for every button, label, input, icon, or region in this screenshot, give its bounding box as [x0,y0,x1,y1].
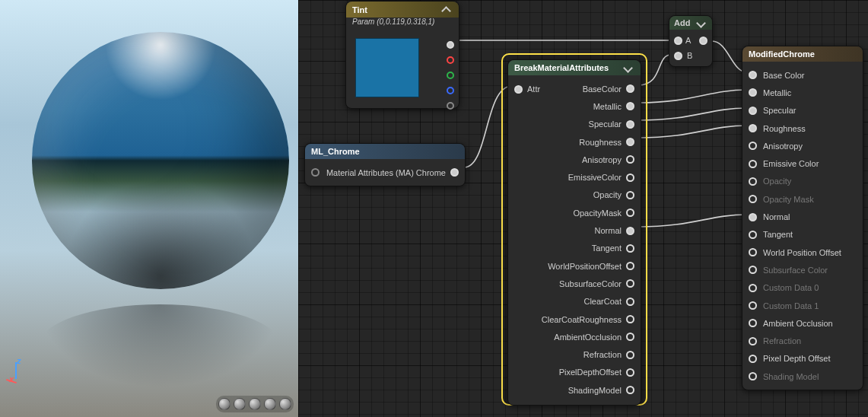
break-output-row: Metallic [514,97,634,115]
preview-sphere [32,32,289,289]
preview-shape-5[interactable] [279,398,291,410]
modchrome-input-label: Tangent [763,230,793,239]
modchrome-input-pin[interactable] [749,248,757,256]
axis-gizmo: z x [14,355,41,382]
break-output-pin[interactable] [626,333,634,341]
break-output-pin[interactable] [626,351,634,359]
break-header[interactable]: BreakMaterialAttributes [508,60,641,75]
modchrome-input-pin[interactable] [749,213,757,221]
break-output-pin[interactable] [626,368,634,377]
modchrome-input-row: Specular [749,102,857,119]
break-output-pin[interactable] [626,102,634,110]
modchrome-title: ModifiedChrome [749,49,815,59]
node-tint[interactable]: Tint Param (0,0.119,0.318,1) [345,1,459,109]
ml-chrome-title: ML_Chrome [311,147,360,156]
modchrome-header[interactable]: ModifiedChrome [742,46,863,62]
break-output-pin[interactable] [626,208,634,217]
modchrome-input-pin[interactable] [749,195,757,203]
tint-color-swatch[interactable] [355,38,419,97]
break-output-pin[interactable] [626,227,634,235]
break-output-pin[interactable] [626,386,634,394]
node-add[interactable]: Add A B [669,15,713,67]
add-in-a-pin[interactable] [674,37,682,45]
node-modified-chrome[interactable]: ModifiedChrome Base ColorMetallicSpecula… [742,46,863,390]
break-output-pin[interactable] [626,262,634,270]
break-output-pin[interactable] [626,84,634,93]
preview-shape-1[interactable] [218,398,231,410]
modchrome-input-row: Tangent [749,226,857,244]
break-output-label: Roughness [579,138,622,147]
break-output-label: EmissiveColor [568,173,622,182]
modchrome-input-label: Shading Model [763,372,819,381]
preview-shape-2[interactable] [234,398,246,410]
break-output-pin[interactable] [626,244,634,253]
modchrome-input-row: Metallic [749,84,857,101]
break-output-row: PixelDepthOffset [514,364,634,381]
modchrome-input-pin[interactable] [749,142,757,150]
chevron-down-icon[interactable] [696,18,706,28]
modchrome-input-row: Ambient Occlusion [749,314,857,332]
break-output-pin[interactable] [626,120,634,129]
break-output-row: WorldPositionOffset [514,257,634,275]
modchrome-input-pin[interactable] [749,124,757,132]
modchrome-input-pin[interactable] [749,160,757,168]
tint-out-rgba[interactable] [447,41,454,49]
tint-header[interactable]: Tint [346,2,459,18]
modchrome-input-pin[interactable] [749,319,757,327]
break-output-pin[interactable] [626,173,634,182]
break-output-pin[interactable] [626,279,634,288]
modchrome-input-row: World Position Offset [749,244,857,261]
modchrome-input-pin[interactable] [749,355,757,363]
break-output-pin[interactable] [626,138,634,146]
modchrome-input-label: Roughness [763,124,806,133]
ml-chrome-output-pin[interactable] [450,168,459,177]
material-graph[interactable]: Tint Param (0,0.119,0.318,1) ML_Chrome [298,0,868,417]
add-header[interactable]: Add [669,16,712,30]
break-output-label: OpacityMask [573,208,622,218]
modchrome-input-label: Emissive Color [763,159,819,168]
material-preview[interactable]: z x [0,0,298,417]
node-ml-chrome[interactable]: ML_Chrome Material Attributes (MA) Chrom… [304,143,466,186]
modchrome-input-pin[interactable] [749,284,757,292]
break-output-pin[interactable] [626,155,634,164]
modchrome-input-pin[interactable] [749,266,757,274]
node-break-material-attributes[interactable]: BreakMaterialAttributes Attr BaseColorMe… [507,59,641,406]
modchrome-input-row: Subsurface Color [749,261,857,279]
modchrome-input-pin[interactable] [749,107,757,115]
modchrome-input-label: Pixel Depth Offset [763,354,830,363]
modchrome-input-pin[interactable] [749,301,757,310]
break-output-pin[interactable] [626,315,634,323]
tint-out-b[interactable] [447,87,454,94]
modchrome-input-pin[interactable] [749,231,757,239]
modchrome-input-pin[interactable] [749,372,757,380]
tint-out-g[interactable] [447,72,454,79]
preview-shape-4[interactable] [264,398,276,410]
break-output-label: PixelDepthOffset [559,368,622,377]
tint-subtitle: Param (0,0.119,0.318,1) [346,18,459,29]
add-in-b-pin[interactable] [674,52,682,60]
modchrome-input-pin[interactable] [749,71,757,79]
collapse-icon[interactable] [441,6,451,16]
chevron-down-icon[interactable] [623,63,633,73]
break-input-attr-pin[interactable] [514,85,523,94]
modchrome-input-row: Custom Data 1 [749,297,857,314]
add-out-pin[interactable] [699,37,707,45]
break-output-row: EmissiveColor [514,168,634,186]
modchrome-input-label: Metallic [763,88,791,97]
ml-chrome-header[interactable]: ML_Chrome [305,144,465,159]
axis-z-label: z [17,356,21,365]
modchrome-input-pin[interactable] [749,177,757,186]
modchrome-input-label: Custom Data 1 [763,301,819,310]
add-in-b-label: B [687,51,692,60]
tint-out-a[interactable] [447,102,454,110]
preview-shadow [38,304,281,388]
modchrome-input-pin[interactable] [749,88,757,97]
break-output-pin[interactable] [626,298,634,306]
add-in-a-label: A [685,36,691,45]
preview-shape-3[interactable] [249,398,261,410]
modchrome-input-pin[interactable] [749,337,757,345]
tint-out-r[interactable] [447,56,454,64]
ml-chrome-input-pin[interactable] [311,168,320,177]
modchrome-input-row: Opacity [749,173,857,190]
break-output-pin[interactable] [626,191,634,199]
